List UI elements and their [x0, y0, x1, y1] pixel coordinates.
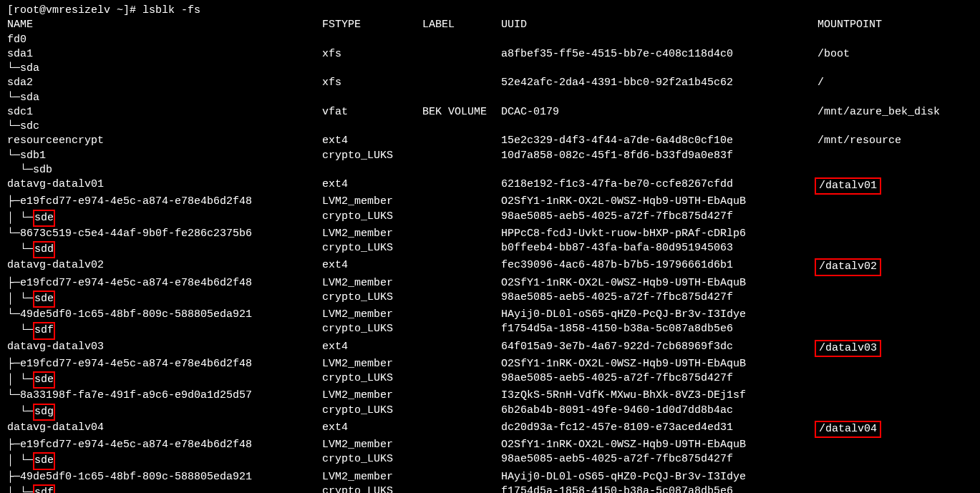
- device-name: datavg-datalv03: [7, 340, 322, 357]
- mountpoint: [818, 438, 973, 452]
- device-name-text: sde: [33, 210, 55, 227]
- device-name-text: 8a33198f-fa7e-491f-a9c6-e9d0a1d25d57: [20, 389, 252, 401]
- fstype: crypto_LUKS: [322, 484, 422, 493]
- tree-prefix: ├─: [7, 439, 20, 451]
- device-name-text: sda: [20, 92, 39, 104]
- mountpoint: [818, 484, 973, 493]
- device-row: │ └─sdfcrypto_LUKSf1754d5a-1858-4150-b38…: [7, 484, 973, 493]
- uuid: O2SfY1-1nRK-OX2L-0WSZ-Hqb9-U9TH-EbAquB: [501, 357, 818, 371]
- uuid: a8fbef35-ff5e-4515-bb7e-c408c118d4c0: [501, 47, 818, 62]
- uuid: DCAC-0179: [501, 105, 818, 119]
- mountpoint: [818, 195, 973, 209]
- uuid: [501, 91, 818, 105]
- uuid: 52e42afc-2da4-4391-bbc0-92f2a1b45c62: [501, 76, 818, 90]
- fstype: LVM2_member: [322, 227, 422, 241]
- uuid: HPPcC8-fcdJ-Uvkt-ruow-bHXP-pRAf-cDRlp6: [501, 227, 818, 241]
- device-name-text: sdb1: [20, 150, 46, 162]
- device-name: sdc1: [7, 105, 322, 119]
- tree-prefix: └─: [7, 389, 20, 401]
- mountpoint-text: /boot: [818, 48, 850, 60]
- device-name-text: sdc1: [7, 106, 33, 118]
- uuid: f1754d5a-1858-4150-b38a-5c087a8db5e6: [501, 322, 818, 339]
- device-name: └─49de5df0-1c65-48bf-809c-588805eda921: [7, 308, 322, 322]
- mountpoint: /mnt/resource: [818, 134, 973, 148]
- device-row: └─sdc: [7, 119, 973, 134]
- device-name-text: datavg-datalv01: [7, 178, 104, 190]
- device-row: ├─49de5df0-1c65-48bf-809c-588805eda921LV…: [7, 470, 973, 484]
- device-name: └─8a33198f-fa7e-491f-a9c6-e9d0a1d25d57: [7, 389, 322, 403]
- device-name: │ └─sde: [7, 452, 322, 469]
- device-name-text: 49de5df0-1c65-48bf-809c-588805eda921: [20, 308, 252, 321]
- mountpoint: [818, 308, 973, 322]
- fstype: crypto_LUKS: [322, 452, 422, 469]
- fstype: ext4: [322, 258, 422, 275]
- device-name: │ └─sdf: [7, 484, 322, 493]
- uuid: O2SfY1-1nRK-OX2L-0WSZ-Hqb9-U9TH-EbAquB: [501, 438, 818, 452]
- device-name: │ └─sde: [7, 291, 322, 308]
- uuid: I3zQkS-5RnH-VdfK-MXwu-BhXk-8VZ3-DEj1sf: [501, 389, 818, 403]
- device-row: └─sdb1crypto_LUKS10d7a858-082c-45f1-8fd6…: [7, 149, 973, 163]
- label: [422, 33, 501, 47]
- device-name: └─sda: [7, 62, 322, 76]
- device-name: └─sdf: [7, 322, 322, 339]
- fstype: xfs: [322, 47, 422, 62]
- device-name-text: sde: [33, 291, 55, 308]
- mountpoint: /: [818, 76, 973, 90]
- fstype: LVM2_member: [322, 357, 422, 371]
- device-name: └─sda: [7, 91, 322, 105]
- mountpoint: /boot: [818, 47, 973, 62]
- label: [422, 163, 501, 177]
- uuid: [501, 62, 818, 76]
- fstype: LVM2_member: [322, 438, 422, 452]
- tree-prefix: └─: [7, 62, 20, 74]
- tree-prefix: ├─: [7, 277, 20, 289]
- device-row: └─8a33198f-fa7e-491f-a9c6-e9d0a1d25d57LV…: [7, 389, 973, 403]
- header-row: NAME FSTYPE LABEL UUID MOUNTPOINT: [7, 18, 973, 32]
- device-row: └─sda: [7, 91, 973, 105]
- label: [422, 322, 501, 339]
- uuid: b0ffeeb4-bb87-43fa-bafa-80d951945063: [501, 241, 818, 258]
- device-row: ├─e19fcd77-e974-4e5c-a874-e78e4b6d2f48LV…: [7, 438, 973, 452]
- fstype: crypto_LUKS: [322, 210, 422, 227]
- label: [422, 227, 501, 241]
- device-name-text: sdf: [33, 484, 55, 493]
- device-name-text: datavg-datalv03: [7, 341, 104, 353]
- col-header-fstype: FSTYPE: [322, 18, 422, 32]
- tree-prefix: └─: [7, 228, 20, 240]
- device-name: datavg-datalv04: [7, 421, 322, 438]
- fstype: [322, 119, 422, 134]
- device-row: sdc1vfatBEK VOLUMEDCAC-0179/mnt/azure_be…: [7, 105, 973, 119]
- label: [422, 308, 501, 322]
- device-name: datavg-datalv01: [7, 177, 322, 195]
- label: [422, 76, 501, 90]
- tree-prefix: └─: [7, 324, 33, 336]
- device-row: │ └─sdecrypto_LUKS98ae5085-aeb5-4025-a72…: [7, 452, 973, 469]
- uuid: [501, 33, 818, 47]
- device-name: │ └─sde: [7, 371, 322, 389]
- mountpoint-text: /datalv01: [815, 177, 881, 195]
- mountpoint: [818, 371, 973, 389]
- fstype: crypto_LUKS: [322, 404, 422, 421]
- mountpoint: /datalv03: [818, 340, 973, 357]
- device-name: resourceencrypt: [7, 134, 322, 148]
- mountpoint-text: /mnt/resource: [818, 135, 901, 147]
- label: [422, 210, 501, 227]
- mountpoint: [818, 322, 973, 339]
- label: [422, 47, 501, 62]
- mountpoint: /mnt/azure_bek_disk: [818, 105, 973, 119]
- device-name-text: datavg-datalv02: [7, 259, 104, 271]
- device-name: fd0: [7, 33, 322, 47]
- fstype: LVM2_member: [322, 308, 422, 322]
- mountpoint: [818, 149, 973, 163]
- uuid: [501, 119, 818, 134]
- col-header-uuid: UUID: [501, 18, 818, 32]
- col-header-mount: MOUNTPOINT: [818, 18, 973, 32]
- device-name: ├─49de5df0-1c65-48bf-809c-588805eda921: [7, 470, 322, 484]
- fstype: ext4: [322, 340, 422, 357]
- label: [422, 404, 501, 421]
- device-row: ├─e19fcd77-e974-4e5c-a874-e78e4b6d2f48LV…: [7, 276, 973, 291]
- mountpoint: [818, 210, 973, 227]
- device-name-text: sda2: [7, 77, 33, 89]
- mountpoint: [818, 163, 973, 177]
- device-row: sda1xfsa8fbef35-ff5e-4515-bb7e-c408c118d…: [7, 47, 973, 62]
